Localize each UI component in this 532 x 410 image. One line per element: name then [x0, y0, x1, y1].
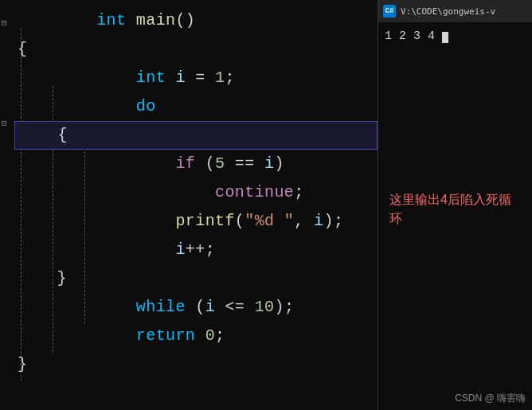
- sp-12: [195, 326, 205, 345]
- num-10: 10: [255, 298, 275, 316]
- terminal-title: V:\CODE\gongweis-v: [401, 6, 495, 17]
- code-line-12: return 0;: [14, 322, 377, 350]
- eq-3: =: [186, 68, 215, 87]
- kw-return: return: [136, 326, 195, 345]
- code-line-13: }: [14, 350, 377, 379]
- paren-1: (): [175, 11, 195, 29]
- output-numbers: 1 2 3 4: [385, 29, 442, 43]
- kw-int: int: [96, 11, 126, 29]
- inc-9: ++;: [186, 240, 215, 259]
- var-i: i: [175, 68, 185, 87]
- collapse-arrow-1[interactable]: ⊟: [2, 18, 7, 28]
- plain-1: [126, 11, 135, 29]
- kw-do: do: [136, 97, 156, 115]
- semi-3: ;: [225, 68, 234, 87]
- terminal-icon: C#: [383, 5, 396, 18]
- cs-label: C#: [385, 7, 394, 15]
- terminal-header: C# V:\CODE\gongweis-v: [378, 0, 532, 22]
- indent-4: [96, 97, 136, 115]
- semi-12: ;: [215, 326, 225, 345]
- footer-right: CSDN @ 嗨害嗨: [378, 387, 532, 410]
- comma-8: ,: [294, 212, 314, 230]
- right-panel: C# V:\CODE\gongweis-v 1 2 3 4 这里输出4后陷入死循…: [378, 0, 532, 410]
- code-panel: ⊟ ⊟ int main() { int i = 1; do: [0, 0, 378, 410]
- num-1: 1: [215, 68, 225, 87]
- line-13-content: }: [18, 350, 27, 379]
- close-8: );: [324, 212, 344, 230]
- spacer: [378, 241, 532, 387]
- var-i-3: i: [314, 212, 323, 230]
- close-11: );: [274, 298, 294, 316]
- var-i-4: i: [175, 240, 185, 259]
- open-8: (: [235, 212, 244, 230]
- comment-box: 这里输出4后陷入死循环: [383, 185, 527, 233]
- collapse-arrow-2[interactable]: ⊟: [2, 118, 7, 128]
- gutter: ⊟ ⊟: [0, 0, 14, 410]
- indent-9: [96, 240, 175, 259]
- comment-text: 这里输出4后陷入死循环: [389, 193, 511, 225]
- cursor: [442, 32, 448, 43]
- code-line-4: do: [14, 92, 377, 121]
- indent-12: [96, 326, 136, 345]
- watermark-text: CSDN @ 嗨害嗨: [455, 392, 526, 405]
- code-area: int main() { int i = 1; do {: [14, 0, 377, 410]
- str-fmt: "%d ": [244, 212, 294, 230]
- num-0: 0: [205, 326, 215, 345]
- terminal-output: 1 2 3 4: [378, 22, 532, 178]
- code-line-1: int main(): [14, 6, 377, 35]
- sp-3: [166, 68, 175, 87]
- output-text: 1 2 3 4: [385, 27, 526, 46]
- fn-main: main: [136, 11, 176, 29]
- code-line-9: i++;: [14, 236, 377, 264]
